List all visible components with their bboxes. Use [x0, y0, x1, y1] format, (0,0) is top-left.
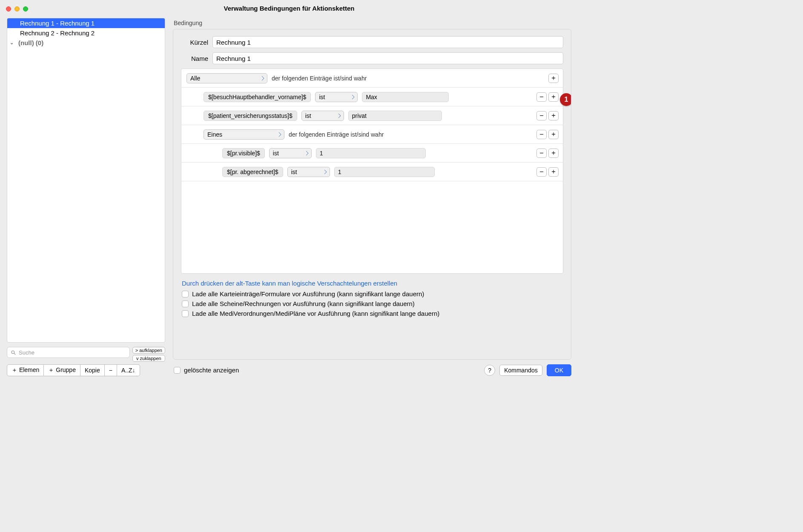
show-deleted-label: gelöschte anzeigen — [184, 366, 239, 374]
option-row: Lade alle Karteieinträge/Formulare vor A… — [182, 290, 562, 297]
option-checkbox[interactable] — [182, 300, 189, 307]
help-button[interactable]: ? — [484, 365, 495, 376]
condition-row: $[besuchHauptbehandler_vorname]$ist−＋ — [181, 88, 563, 106]
condition-list[interactable]: Rechnung 1 - Rechnung 1Rechnung 2 - Rech… — [7, 18, 165, 343]
remove-row-button[interactable]: − — [536, 111, 547, 120]
group-text: der folgenden Einträge ist/sind wahr — [272, 75, 367, 82]
editor-pane: Bedingung 1 Kürzel Name Alleder folgende… — [173, 18, 571, 376]
add-row-button[interactable]: ＋ — [548, 92, 559, 102]
condition-builder: Alleder folgenden Einträge ist/sind wahr… — [181, 69, 563, 274]
show-deleted-checkbox[interactable] — [174, 367, 181, 374]
remove-row-button[interactable]: − — [536, 167, 547, 177]
ok-button[interactable]: OK — [547, 364, 571, 376]
condition-group-row: Einesder folgenden Einträge ist/sind wah… — [181, 125, 563, 144]
list-item-label: Rechnung 2 - Rechnung 2 — [20, 29, 95, 37]
add-group-button[interactable]: ＋ Gruppe — [44, 364, 80, 376]
notification-badge: 1 — [560, 93, 571, 106]
add-row-button[interactable]: ＋ — [548, 130, 559, 139]
value-input[interactable] — [316, 148, 426, 158]
list-item[interactable]: ⌄(null) (0) — [7, 38, 165, 48]
field-token[interactable]: $[patient_versicherungsstatus]$ — [204, 111, 297, 121]
chevron-down-icon[interactable]: ⌄ — [10, 40, 17, 46]
value-input[interactable] — [334, 167, 435, 177]
option-checkbox[interactable] — [182, 291, 189, 297]
option-row: Lade alle MediVerordnungen/MediPläne vor… — [182, 310, 562, 317]
expand-all-button[interactable]: > aufklappen — [132, 347, 165, 354]
operator-select[interactable]: ist — [269, 148, 312, 158]
option-checkbox[interactable] — [182, 310, 189, 317]
option-row: Lade alle Scheine/Rechnungen vor Ausführ… — [182, 300, 562, 307]
kommandos-button[interactable]: Kommandos — [499, 365, 542, 376]
group-quantifier-select[interactable]: Alle — [186, 73, 267, 83]
add-row-button[interactable]: ＋ — [548, 111, 559, 120]
operator-select[interactable]: ist — [287, 167, 330, 177]
remove-row-button[interactable]: − — [536, 149, 547, 158]
search-input[interactable]: Suche — [7, 347, 130, 358]
add-row-button[interactable]: ＋ — [548, 167, 559, 177]
collapse-all-button[interactable]: v zuklappen — [132, 355, 165, 362]
list-item-label: Rechnung 1 - Rechnung 1 — [20, 20, 95, 27]
group-text: der folgenden Einträge ist/sind wahr — [289, 131, 384, 138]
option-label: Lade alle MediVerordnungen/MediPläne vor… — [192, 310, 439, 317]
hint-text: Durch drücken der alt-Taste kann man log… — [182, 280, 562, 287]
search-placeholder: Suche — [19, 349, 34, 356]
name-input[interactable] — [212, 52, 563, 64]
kuerzel-input[interactable] — [212, 36, 563, 48]
operator-select[interactable]: ist — [301, 111, 344, 121]
kuerzel-label: Kürzel — [181, 39, 208, 46]
section-label: Bedingung — [174, 20, 571, 26]
window-title: Verwaltung Bedingungen für Aktionsketten — [0, 5, 578, 12]
field-token[interactable]: $[besuchHauptbehandler_vorname]$ — [204, 92, 311, 102]
field-token[interactable]: $[pr.visible]$ — [222, 148, 265, 158]
add-element-button[interactable]: ＋ Elemen — [7, 364, 44, 376]
remove-row-button[interactable]: − — [536, 92, 547, 102]
remove-button[interactable]: − — [105, 364, 117, 376]
option-label: Lade alle Karteieinträge/Formulare vor A… — [192, 290, 424, 297]
operator-select[interactable]: ist — [315, 92, 358, 102]
list-item[interactable]: Rechnung 2 - Rechnung 2 — [7, 28, 165, 38]
field-token[interactable]: $[pr. abgerechnet]$ — [222, 167, 283, 177]
value-input[interactable] — [362, 92, 449, 102]
add-row-button[interactable]: ＋ — [548, 149, 559, 158]
value-input[interactable] — [348, 111, 442, 121]
condition-row: $[pr. abgerechnet]$ist−＋ — [181, 163, 563, 181]
svg-line-1 — [14, 353, 15, 355]
sidebar: Rechnung 1 - Rechnung 1Rechnung 2 - Rech… — [7, 18, 165, 376]
condition-group-row: Alleder folgenden Einträge ist/sind wahr… — [181, 69, 563, 88]
option-label: Lade alle Scheine/Rechnungen vor Ausführ… — [192, 300, 415, 307]
condition-row: $[patient_versicherungsstatus]$ist−＋ — [181, 106, 563, 125]
svg-point-0 — [11, 351, 14, 354]
group-quantifier-select[interactable]: Eines — [204, 129, 284, 140]
list-item-label: (null) (0) — [18, 39, 43, 46]
copy-button[interactable]: Kopie — [80, 364, 105, 376]
add-row-button[interactable]: ＋ — [548, 74, 559, 83]
name-label: Name — [181, 55, 208, 62]
list-item[interactable]: Rechnung 1 - Rechnung 1 — [7, 18, 165, 28]
sort-button[interactable]: A..Z↓ — [117, 364, 140, 376]
condition-row: $[pr.visible]$ist−＋ — [181, 144, 563, 163]
remove-row-button[interactable]: − — [536, 130, 547, 139]
search-icon — [11, 350, 16, 355]
